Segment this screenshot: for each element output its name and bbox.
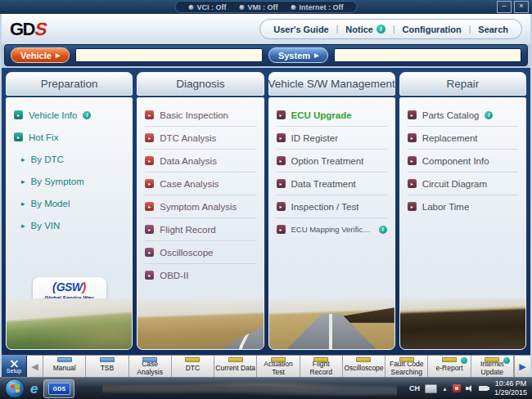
language-indicator[interactable]: CH (409, 384, 420, 392)
menu-item-vehicle-info[interactable]: ▸Vehicle Infoi (14, 104, 124, 126)
menu-item-basic-inspection[interactable]: ▸Basic Inspection (145, 104, 255, 127)
toolbar-button-label: TSB (101, 365, 115, 372)
show-hidden-icons-button[interactable]: ▲ (442, 386, 448, 392)
toolbar-scroll-left-button[interactable]: ◀ (27, 356, 43, 377)
speaker-icon[interactable] (466, 385, 474, 392)
function-toolbar: Setup ◀ ManualTSBCase AnalysisDTCCurrent… (2, 355, 530, 377)
menu-item-replacement[interactable]: ▸Replacement (408, 127, 518, 150)
square-bullet-icon: ▸ (277, 225, 286, 234)
menu-item-label: By VIN (31, 221, 61, 231)
menu-item-oscilloscope[interactable]: ▸Oscilloscope (145, 241, 255, 264)
toolbar-button-internet-update[interactable]: Internet Update (471, 356, 514, 377)
menu-item-flight-record[interactable]: ▸Flight Record (145, 218, 255, 241)
vehicle-value-field[interactable] (75, 48, 263, 62)
windows-start-button[interactable] (5, 379, 25, 398)
users-guide-menu-item[interactable]: User's Guide (273, 25, 328, 34)
column-preparation: Preparation▸Vehicle Infoi▸Hot Fix▸By DTC… (6, 72, 133, 350)
column-title-vehicle-s-w-management[interactable]: Vehicle S/W Management (268, 72, 395, 96)
update-badge-icon (460, 356, 468, 365)
taskbar-clock[interactable]: 10:46 PM 1/29/2015 (494, 379, 527, 397)
vehicle-system-selector-bar: Vehicle ▶ System ▶ (4, 44, 528, 66)
menu-item-inspection-test[interactable]: ▸Inspection / Test (277, 195, 387, 218)
search-menu-item[interactable]: Search (478, 25, 508, 34)
menu-item-data-treatment[interactable]: ▸Data Treatment (277, 173, 387, 195)
menu-item-label: Flight Record (160, 225, 215, 235)
toolbar-button-case-analysis[interactable]: Case Analysis (129, 356, 172, 377)
keyboard-icon[interactable] (425, 384, 437, 393)
column-diagnosis: Diagnosis▸Basic Inspection▸DTC Analysis▸… (137, 72, 264, 350)
toolbar-button-label: DTC (186, 365, 200, 372)
column-item-list: ▸Basic Inspection▸DTC Analysis▸Data Anal… (138, 98, 263, 286)
menu-item-obd-ii[interactable]: ▸OBD-II (145, 264, 255, 286)
vehicle-button[interactable]: Vehicle ▶ (11, 47, 70, 63)
menu-item-labor-time[interactable]: ▸Labor Time (408, 195, 518, 217)
square-bullet-icon: ▸ (145, 248, 154, 257)
landscape-photo (400, 298, 525, 349)
connection-status-bar: VCI : Off VMI : Off Internet : Off (175, 1, 358, 13)
taskbar-gds-app-button[interactable]: GDS (43, 379, 74, 398)
system-value-field[interactable] (334, 48, 521, 62)
toolbar-button-color-bar (271, 357, 286, 362)
square-bullet-icon: ▸ (408, 156, 417, 165)
toolbar-button-label: Current Data (215, 365, 255, 372)
clock-time: 10:46 PM (494, 379, 527, 388)
internet-status-label: Internet : Off (300, 3, 344, 11)
toolbar-button-tsb[interactable]: TSB (86, 356, 128, 377)
vci-status-dot-icon (189, 5, 194, 10)
menu-item-component-info[interactable]: ▸Component Info (408, 150, 518, 173)
toolbar-button-fault-code-searching[interactable]: Fault Code Searching (385, 356, 428, 377)
column-title-repair[interactable]: Repair (399, 72, 526, 96)
toolbar-button-actuation-test[interactable]: Actuation Test (257, 356, 300, 377)
menu-item-label: Labor Time (422, 202, 470, 212)
menu-item-label: Vehicle Info (29, 110, 77, 120)
window-minimize-button[interactable]: – (497, 1, 512, 13)
menu-item-label: Data Analysis (160, 156, 217, 166)
menu-item-ecu-upgrade[interactable]: ▸ECU Upgrade (277, 104, 387, 127)
menu-item-parts-catalog[interactable]: ▸Parts Catalogi (408, 104, 518, 127)
square-bullet-icon: ▸ (145, 271, 154, 280)
menu-item-label: Component Info (422, 156, 489, 166)
menu-item-by-dtc[interactable]: ▸By DTC (14, 148, 124, 170)
setup-button[interactable]: Setup (2, 356, 27, 377)
internet-explorer-icon[interactable]: e (30, 382, 38, 396)
menu-item-ecu-mapping-verification[interactable]: ▸ECU Mapping Verificationi (277, 218, 387, 240)
toolbar-button-flight-record[interactable]: Flight Record (300, 356, 343, 377)
column-title-diagnosis[interactable]: Diagnosis (137, 72, 264, 96)
square-bullet-icon: ▸ (14, 110, 23, 119)
system-button[interactable]: System ▶ (268, 47, 329, 63)
square-bullet-icon: ▸ (277, 202, 286, 211)
menu-item-data-analysis[interactable]: ▸Data Analysis (145, 150, 255, 173)
menu-item-circuit-diagram[interactable]: ▸Circuit Diagram (408, 173, 518, 195)
toolbar-button-dtc[interactable]: DTC (172, 356, 214, 377)
toolbar-button-current-data[interactable]: Current Data (214, 356, 257, 377)
column-title-preparation[interactable]: Preparation (6, 72, 133, 96)
toolbar-scroll-right-button[interactable]: ▶ (514, 356, 530, 377)
update-badge-icon (503, 356, 511, 365)
menu-item-id-register[interactable]: ▸ID Register (277, 127, 387, 150)
battery-icon[interactable] (479, 386, 488, 391)
vci-status-label: VCI : Off (197, 3, 227, 11)
menu-item-by-symptom[interactable]: ▸By Symptom (14, 170, 124, 192)
menu-item-case-analysis[interactable]: ▸Case Analysis (145, 173, 255, 195)
toolbar-button-label: e-Report (435, 365, 462, 372)
square-bullet-icon: ▸ (277, 156, 286, 165)
configuration-menu-item[interactable]: Configuration (403, 25, 462, 34)
vmi-status-dot-icon (240, 5, 245, 10)
window-close-button[interactable]: × (514, 1, 529, 13)
toolbar-button-e-report[interactable]: e-Report (428, 356, 471, 377)
menu-item-dtc-analysis[interactable]: ▸DTC Analysis (145, 127, 255, 150)
windows-taskbar: e GDS CH ▲ 10:46 PM 1/29/2015 (0, 377, 532, 399)
notice-menu-item[interactable]: Notice i (345, 25, 385, 34)
menu-item-by-model[interactable]: ▸By Model (14, 192, 124, 214)
menu-divider: | (393, 25, 395, 34)
menu-item-hot-fix[interactable]: ▸Hot Fix (14, 126, 124, 148)
toolbar-button-manual[interactable]: Manual (43, 356, 86, 377)
action-center-icon[interactable] (453, 384, 461, 392)
menu-item-label: Data Treatment (291, 179, 356, 189)
toolbar-button-oscilloscope[interactable]: Oscilloscope (343, 356, 385, 377)
toolbar-button-color-bar (313, 357, 328, 362)
menu-item-symptom-analysis[interactable]: ▸Symptom Analysis (145, 195, 255, 218)
menu-item-option-treatment[interactable]: ▸Option Treatment (277, 150, 387, 173)
menu-item-by-vin[interactable]: ▸By VIN (14, 214, 124, 236)
square-bullet-icon: ▸ (145, 133, 154, 142)
